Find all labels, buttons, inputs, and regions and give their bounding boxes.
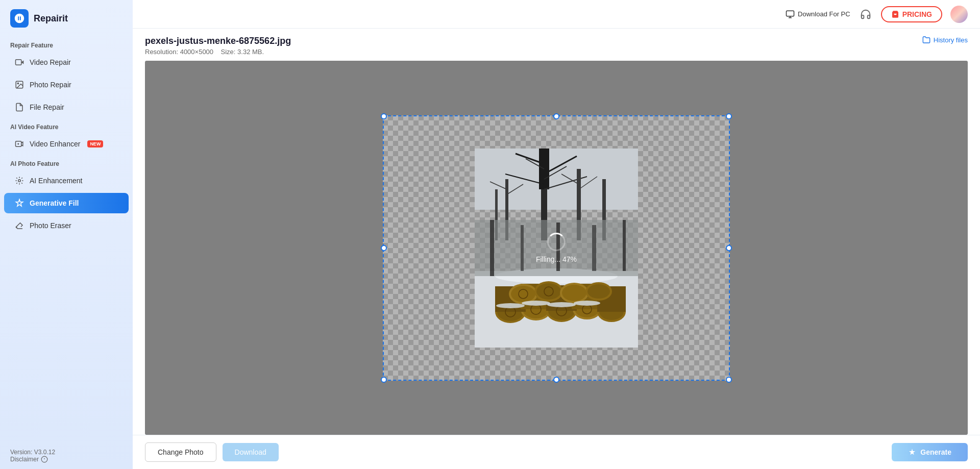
sidebar-item-photo-eraser[interactable]: Photo Eraser — [4, 215, 129, 236]
handle-top-center[interactable] — [553, 113, 559, 119]
loading-spinner — [547, 233, 566, 251]
handle-middle-right[interactable] — [726, 245, 732, 251]
generative-fill-icon — [14, 198, 24, 208]
pricing-label: PRICING — [902, 10, 932, 18]
change-photo-label: Change Photo — [158, 448, 204, 456]
file-resolution: Resolution: 4000×5000 — [145, 48, 213, 56]
loading-overlay: Filling... 47% — [536, 233, 577, 263]
handle-top-right[interactable] — [726, 113, 732, 119]
content-area: pexels-justus-menke-6875562.jpg Resoluti… — [133, 29, 980, 469]
disclaimer-text: Disclaimer — [10, 456, 39, 463]
generate-label: Generate — [920, 448, 951, 456]
sidebar-item-label: Photo Eraser — [30, 221, 71, 230]
ai-enhancement-icon — [14, 176, 24, 186]
photo-eraser-icon — [14, 220, 24, 231]
sidebar-item-label: File Repair — [30, 103, 64, 111]
svg-point-3 — [17, 83, 18, 84]
monitor-icon — [786, 10, 795, 19]
file-name: pexels-justus-menke-6875562.jpg — [145, 36, 291, 46]
sidebar-item-video-repair[interactable]: Video Repair — [4, 52, 129, 72]
sidebar-item-label: Video Enhancer — [30, 140, 80, 148]
video-enhancer-icon — [14, 139, 24, 149]
handle-middle-left[interactable] — [381, 245, 387, 251]
canvas-area[interactable]: Filling... 47% — [145, 61, 968, 435]
file-info: pexels-justus-menke-6875562.jpg Resoluti… — [145, 36, 291, 56]
download-button[interactable]: Download — [223, 443, 279, 461]
app-logo-icon — [10, 9, 29, 28]
svg-rect-9 — [787, 11, 794, 16]
user-avatar[interactable] — [950, 6, 968, 23]
bottom-bar: Change Photo Download Generate — [133, 435, 980, 469]
disclaimer-btn[interactable]: Disclaimer — [10, 456, 122, 463]
sidebar-item-generative-fill[interactable]: Generative Fill — [4, 193, 129, 213]
download-pc-label: Download For PC — [798, 10, 850, 18]
handle-bottom-center[interactable] — [553, 377, 559, 383]
download-for-pc-btn[interactable]: Download For PC — [786, 10, 850, 19]
file-meta: Resolution: 4000×5000 Size: 3.32 MB. — [145, 48, 291, 56]
folder-icon — [922, 36, 930, 44]
app-name: Repairit — [34, 13, 68, 24]
handle-bottom-left[interactable] — [381, 377, 387, 383]
headset-icon — [860, 9, 871, 20]
repair-feature-section-label: Repair Feature — [0, 37, 133, 51]
loading-text: Filling... 47% — [536, 255, 577, 263]
sidebar-bottom: Version: V3.0.12 Disclaimer — [0, 442, 133, 469]
sidebar: Repairit Repair Feature Video Repair Pho… — [0, 0, 133, 469]
svg-rect-0 — [16, 60, 21, 65]
file-repair-icon — [14, 102, 24, 112]
svg-point-5 — [18, 180, 21, 182]
cart-icon — [891, 10, 899, 18]
generate-button[interactable]: Generate — [892, 443, 968, 461]
sidebar-item-photo-repair[interactable]: Photo Repair — [4, 75, 129, 95]
download-label: Download — [235, 448, 266, 456]
new-badge: NEW — [87, 140, 103, 147]
history-files-label: History files — [934, 36, 968, 44]
help-btn[interactable] — [859, 7, 873, 21]
topbar: Download For PC PRICING — [133, 0, 980, 29]
change-photo-button[interactable]: Change Photo — [145, 442, 216, 462]
photo-repair-icon — [14, 80, 24, 90]
handle-top-left[interactable] — [381, 113, 387, 119]
ai-photo-feature-section-label: AI Photo Feature — [0, 155, 133, 169]
generate-icon — [908, 448, 916, 456]
sidebar-item-file-repair[interactable]: File Repair — [4, 97, 129, 117]
file-size: Size: 3.32 MB. — [221, 48, 264, 56]
sidebar-item-label: Photo Repair — [30, 81, 71, 89]
version-label: Version: V3.0.12 — [10, 449, 122, 456]
info-icon — [41, 456, 48, 463]
main-content: Download For PC PRICING pexels-justus-me… — [133, 0, 980, 469]
sidebar-item-label: Generative Fill — [30, 199, 79, 207]
history-files-btn[interactable]: History files — [922, 36, 968, 44]
ai-video-feature-section-label: AI Video Feature — [0, 118, 133, 133]
sidebar-item-ai-enhancement[interactable]: AI Enhancement — [4, 170, 129, 191]
sidebar-item-video-enhancer[interactable]: Video Enhancer NEW — [4, 134, 129, 154]
handle-bottom-right[interactable] — [726, 377, 732, 383]
sidebar-item-label: Video Repair — [30, 58, 71, 66]
file-header: pexels-justus-menke-6875562.jpg Resoluti… — [133, 29, 980, 61]
logo-area: Repairit — [0, 0, 133, 37]
pricing-button[interactable]: PRICING — [881, 6, 942, 22]
video-repair-icon — [14, 57, 24, 67]
sidebar-item-label: AI Enhancement — [30, 177, 83, 185]
